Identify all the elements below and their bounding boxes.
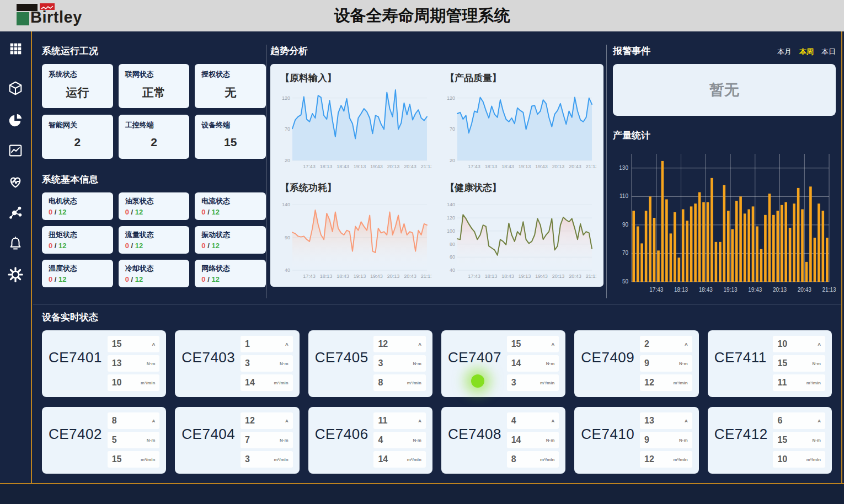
svg-text:90: 90 <box>622 222 629 228</box>
tab-this-week[interactable]: 本周 <box>799 47 814 57</box>
device-card-ce7408[interactable]: CE74084A14N·m8m³/min <box>441 407 565 474</box>
ratio-separator: / <box>129 275 135 283</box>
equipment-lifecycle-dashboard: Birtley 设备全寿命周期管理系统 <box>0 0 844 504</box>
column-divider-left <box>266 45 266 298</box>
line-chart-icon[interactable] <box>7 142 24 159</box>
device-unit: m³/min <box>274 457 288 462</box>
svg-text:20:43: 20:43 <box>404 274 416 279</box>
trend-chart-title: 【系统功耗】 <box>280 181 433 194</box>
svg-text:40: 40 <box>450 267 455 273</box>
device-card-ce7405[interactable]: CE740512A3N·m8m³/min <box>308 330 432 397</box>
svg-text:18:13: 18:13 <box>674 287 688 293</box>
device-unit: A <box>685 419 688 423</box>
svg-text:18:43: 18:43 <box>336 274 349 279</box>
info-card-label: 冷却状态 <box>125 264 183 274</box>
device-card-ce7401[interactable]: CE740115A13N·m10m³/min <box>42 330 166 397</box>
status-card-value: 正常 <box>125 85 183 100</box>
info-card: 网络状态0 / 12 <box>195 260 266 287</box>
apps-grid-icon[interactable] <box>7 40 24 57</box>
device-grid: CE740115A13N·m10m³/minCE74031A3N·m14m³/m… <box>42 330 832 474</box>
device-unit: N·m <box>679 438 688 443</box>
device-unit: A <box>152 419 156 423</box>
device-card-ce7410[interactable]: CE741013A9N·m12m³/min <box>574 407 698 474</box>
trend-chart-svg: 207012017:4318:1318:4319:1319:4320:1320:… <box>276 84 431 171</box>
svg-text:17:43: 17:43 <box>303 164 316 169</box>
device-value-row: 14N·m <box>507 432 559 448</box>
gear-icon[interactable] <box>7 266 24 283</box>
device-card-ce7402[interactable]: CE74028A5N·m15m³/min <box>42 407 166 474</box>
info-card-ratio: 0 / 12 <box>201 242 259 250</box>
svg-text:21:13: 21:13 <box>421 164 431 169</box>
device-card-ce7406[interactable]: CE740611A4N·m14m³/min <box>308 407 432 474</box>
device-unit: N·m <box>546 361 555 366</box>
status-card: 授权状态无 <box>195 64 266 108</box>
device-card-ce7403[interactable]: CE74031A3N·m14m³/min <box>175 330 299 397</box>
device-card-ce7411[interactable]: CE741110A15N·m11m³/min <box>708 330 832 397</box>
tab-today[interactable]: 本日 <box>821 47 836 57</box>
svg-text:20:43: 20:43 <box>569 274 581 279</box>
device-value-row: 12m³/min <box>640 451 692 468</box>
info-card: 流量状态0 / 12 <box>119 226 190 254</box>
trend-chart-title: 【原料输入】 <box>280 72 433 84</box>
info-card: 电流状态0 / 12 <box>195 192 266 220</box>
alarm-tabs: 本月 本周 本日 <box>777 47 836 57</box>
svg-text:21:13: 21:13 <box>421 274 431 279</box>
svg-text:110: 110 <box>619 193 628 199</box>
heart-pulse-icon[interactable] <box>7 173 24 191</box>
device-value-row: 12A <box>373 336 426 352</box>
molecule-icon[interactable] <box>7 203 24 221</box>
svg-text:20:13: 20:13 <box>552 274 565 279</box>
device-card-ce7412[interactable]: CE74126A15N·m10m³/min <box>708 407 832 474</box>
device-value: 10 <box>777 339 787 349</box>
gold-frame-bottom <box>0 483 844 484</box>
device-value-row: 6A <box>773 412 825 429</box>
svg-text:18:43: 18:43 <box>699 287 713 293</box>
device-card-ce7409[interactable]: CE74092A9N·m12m³/min <box>574 330 698 397</box>
device-card-ce7407[interactable]: CE740715A14N·m3m³/min <box>441 330 565 397</box>
device-name: CE7408 <box>448 426 501 468</box>
device-status-section: 设备实时状态 CE740115A13N·m10m³/minCE74031A3N·… <box>33 304 841 474</box>
info-card-label: 流量状态 <box>125 230 183 240</box>
device-name: CE7410 <box>581 426 634 468</box>
device-unit: N·m <box>280 361 289 366</box>
device-value-row: 10m³/min <box>773 451 825 468</box>
ratio-separator: / <box>52 275 58 283</box>
device-unit: m³/min <box>407 380 421 385</box>
svg-text:19:43: 19:43 <box>535 164 548 169</box>
status-card-label: 授权状态 <box>201 69 259 79</box>
device-value: 14 <box>245 378 255 388</box>
svg-text:70: 70 <box>622 250 629 256</box>
page-title: 设备全寿命周期管理系统 <box>0 0 844 31</box>
tab-this-month[interactable]: 本月 <box>777 47 792 57</box>
trend-chart-health: 【健康状态】40608010012014017:4318:1318:4319:1… <box>441 179 598 283</box>
cube-3d-icon[interactable] <box>7 79 24 97</box>
trend-chart-power: 【系统功耗】409014017:4318:1318:4319:1319:4320… <box>276 179 433 283</box>
device-value-row: 8m³/min <box>373 374 426 391</box>
device-value-row: 11m³/min <box>773 374 825 391</box>
system-status-grid: 系统状态运行联网状态正常授权状态无智能网关2工控终端2设备终端15 <box>42 64 266 159</box>
device-value: 14 <box>378 454 388 464</box>
bell-icon[interactable] <box>7 235 24 253</box>
device-value-row: 2A <box>640 336 692 352</box>
system-status-title: 系统运行工况 <box>42 45 266 57</box>
device-unit: N·m <box>413 361 421 366</box>
ratio-separator: / <box>206 275 212 283</box>
svg-text:18:43: 18:43 <box>501 274 514 279</box>
status-card: 联网状态正常 <box>119 64 190 108</box>
pie-chart-icon[interactable] <box>7 111 24 129</box>
device-name: CE7411 <box>714 349 767 392</box>
svg-text:19:13: 19:13 <box>519 164 531 169</box>
device-value-row: 4N·m <box>373 432 426 448</box>
device-name: CE7406 <box>315 426 368 468</box>
info-card-label: 扭矩状态 <box>49 230 106 240</box>
device-unit: m³/min <box>540 380 554 385</box>
device-value: 3 <box>245 358 250 368</box>
system-status-column: 系统运行工况 系统状态运行联网状态正常授权状态无智能网关2工控终端2设备终端15… <box>42 45 266 287</box>
device-value: 13 <box>644 416 654 426</box>
ratio-separator: / <box>52 208 58 216</box>
device-card-ce7404[interactable]: CE740412A7N·m3m³/min <box>175 407 299 474</box>
total-count: 12 <box>58 242 66 250</box>
trend-panel: 【原料输入】207012017:4318:1318:4319:1319:4320… <box>270 64 603 287</box>
svg-text:50: 50 <box>622 278 629 285</box>
info-card-ratio: 0 / 12 <box>125 208 183 216</box>
